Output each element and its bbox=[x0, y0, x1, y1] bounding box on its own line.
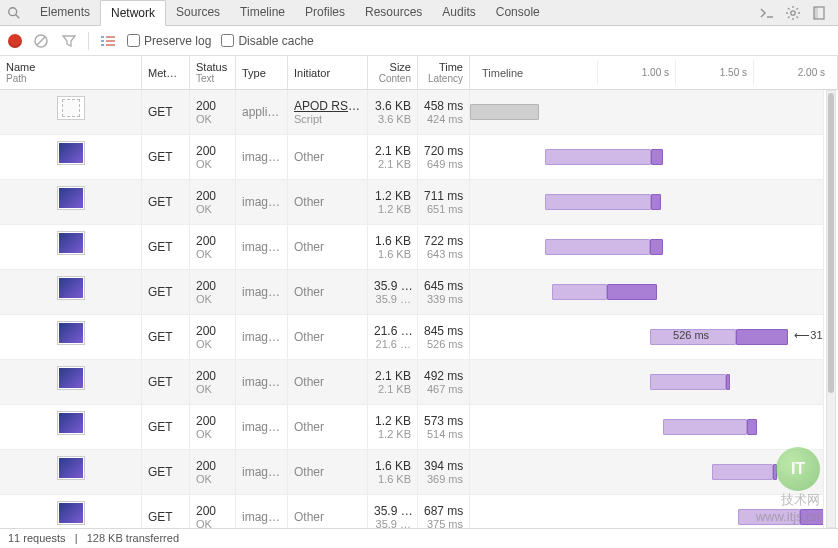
time-cell: 492 ms467 ms bbox=[418, 360, 470, 404]
preserve-log-label: Preserve log bbox=[144, 34, 211, 48]
vertical-scrollbar[interactable] bbox=[826, 90, 836, 528]
disable-cache-label: Disable cache bbox=[238, 34, 313, 48]
tab-timeline[interactable]: Timeline bbox=[230, 0, 295, 26]
timeline-cell bbox=[470, 225, 824, 269]
time-cell: 711 ms651 ms bbox=[418, 180, 470, 224]
table-row[interactable]: S_150125.jpg antwrp.gsfc.na… GET 200OK i… bbox=[0, 450, 824, 495]
record-button[interactable] bbox=[8, 34, 22, 48]
method-cell: GET bbox=[142, 360, 190, 404]
timing-wait-bar bbox=[545, 149, 651, 165]
initiator-cell: Other bbox=[288, 495, 368, 528]
table-row[interactable]: S_150127.jpg antwrp.gsfc.na… GET 200OK i… bbox=[0, 135, 824, 180]
col-method[interactable]: Met… bbox=[142, 56, 190, 89]
initiator-cell: Other bbox=[288, 360, 368, 404]
col-initiator[interactable]: Initiator bbox=[288, 56, 368, 89]
timing-send-bar bbox=[650, 239, 663, 255]
type-cell: imag… bbox=[236, 180, 288, 224]
table-row[interactable]: apod.rss apod.nasa.gov GET 200OK appli… … bbox=[0, 90, 824, 135]
resource-name: S_150124.jpg bbox=[29, 306, 112, 308]
method-cell: GET bbox=[142, 135, 190, 179]
filter-icon[interactable] bbox=[60, 32, 78, 50]
search-icon[interactable] bbox=[4, 3, 24, 23]
tab-elements[interactable]: Elements bbox=[30, 0, 100, 26]
request-table: apod.rss apod.nasa.gov GET 200OK appli… … bbox=[0, 90, 824, 528]
tab-profiles[interactable]: Profiles bbox=[295, 0, 355, 26]
svg-line-11 bbox=[797, 8, 799, 10]
network-toolbar: Preserve log Disable cache bbox=[0, 26, 838, 56]
table-row[interactable]: S_150125.jpg antwrp.gsfc.na… GET 200OK i… bbox=[0, 225, 824, 270]
timing-wait-bar bbox=[712, 464, 772, 480]
table-row[interactable]: S_150124.jpg antwrp.gsfc.na… GET 200OK i… bbox=[0, 495, 824, 528]
type-cell: imag… bbox=[236, 135, 288, 179]
timeline-cell bbox=[470, 450, 824, 494]
col-status[interactable]: StatusText bbox=[190, 56, 236, 89]
disable-cache-checkbox[interactable]: Disable cache bbox=[221, 34, 313, 48]
tab-network[interactable]: Network bbox=[100, 0, 166, 26]
col-size[interactable]: SizeConten bbox=[368, 56, 418, 89]
svg-rect-19 bbox=[106, 36, 115, 38]
table-row[interactable]: S_150126.jpg antwrp.gsfc.na… GET 200OK i… bbox=[0, 405, 824, 450]
timeline-cell bbox=[470, 90, 824, 134]
clear-icon[interactable] bbox=[32, 32, 50, 50]
type-cell: appli… bbox=[236, 90, 288, 134]
timeline-cell bbox=[470, 495, 824, 528]
tab-resources[interactable]: Resources bbox=[355, 0, 432, 26]
initiator-cell: Other bbox=[288, 225, 368, 269]
timeline-tick: 1.00 s bbox=[597, 60, 675, 85]
dock-icon[interactable] bbox=[810, 4, 828, 22]
size-cell: 1.6 KB1.6 KB bbox=[368, 450, 418, 494]
status-bar: 11 requests | 128 KB transferred bbox=[0, 528, 838, 548]
type-cell: imag… bbox=[236, 315, 288, 359]
scroll-thumb[interactable] bbox=[828, 93, 834, 393]
timing-send-bar bbox=[726, 374, 730, 390]
timing-send-bar bbox=[773, 464, 777, 480]
type-cell: imag… bbox=[236, 405, 288, 449]
preserve-log-checkbox[interactable]: Preserve log bbox=[127, 34, 211, 48]
type-cell: imag… bbox=[236, 450, 288, 494]
name-cell: S_150123.jpg antwrp.gsfc.na… bbox=[0, 315, 142, 359]
initiator-cell: Other bbox=[288, 450, 368, 494]
table-row[interactable]: S_150124.jpg antwrp.gsfc.na… GET 200OK i… bbox=[0, 270, 824, 315]
large-rows-icon[interactable] bbox=[99, 32, 117, 50]
status-cell: 200OK bbox=[190, 225, 236, 269]
settings-icon[interactable] bbox=[784, 4, 802, 22]
tab-audits[interactable]: Audits bbox=[432, 0, 485, 26]
col-name[interactable]: NamePath bbox=[0, 56, 142, 89]
size-cell: 35.9 …35.9 … bbox=[368, 495, 418, 528]
type-cell: imag… bbox=[236, 360, 288, 404]
col-time[interactable]: TimeLatency bbox=[418, 56, 470, 89]
timing-wait-bar bbox=[545, 194, 652, 210]
method-cell: GET bbox=[142, 90, 190, 134]
time-cell: 687 ms375 ms bbox=[418, 495, 470, 528]
table-row[interactable]: S_150123.jpg antwrp.gsfc.na… GET 200OK i… bbox=[0, 315, 824, 360]
initiator-cell: APOD RSS:0Script bbox=[288, 90, 368, 134]
resource-name: S_150125.jpg bbox=[29, 261, 112, 263]
time-cell: 394 ms369 ms bbox=[418, 450, 470, 494]
console-toggle-icon[interactable] bbox=[758, 4, 776, 22]
time-cell: 720 ms649 ms bbox=[418, 135, 470, 179]
svg-line-9 bbox=[797, 16, 799, 18]
col-timeline[interactable]: Timeline 1.00 s1.50 s2.00 s bbox=[470, 56, 838, 89]
table-row[interactable]: S_150127.jpg antwrp.gsfc.na… GET 200OK i… bbox=[0, 360, 824, 405]
devtools-tabbar: ElementsNetworkSourcesTimelineProfilesRe… bbox=[0, 0, 838, 26]
status-cell: 200OK bbox=[190, 315, 236, 359]
table-row[interactable]: S_150126.jpg antwrp.gsfc.na… GET 200OK i… bbox=[0, 180, 824, 225]
svg-rect-18 bbox=[101, 44, 104, 46]
size-cell: 2.1 KB2.1 KB bbox=[368, 135, 418, 179]
tab-sources[interactable]: Sources bbox=[166, 0, 230, 26]
status-cell: 200OK bbox=[190, 405, 236, 449]
svg-point-3 bbox=[791, 10, 795, 14]
timing-wait-bar bbox=[663, 419, 747, 435]
timing-send-bar bbox=[607, 284, 657, 300]
timing-send-bar bbox=[800, 509, 824, 525]
name-cell: S_150126.jpg antwrp.gsfc.na… bbox=[0, 180, 142, 224]
status-cell: 200OK bbox=[190, 180, 236, 224]
separator bbox=[88, 32, 89, 50]
svg-point-0 bbox=[9, 7, 17, 15]
tab-console[interactable]: Console bbox=[486, 0, 550, 26]
thumbnail bbox=[57, 141, 85, 165]
type-cell: imag… bbox=[236, 225, 288, 269]
col-type[interactable]: Type bbox=[236, 56, 288, 89]
timing-wait-bar bbox=[545, 239, 650, 255]
name-cell: S_150124.jpg antwrp.gsfc.na… bbox=[0, 270, 142, 314]
